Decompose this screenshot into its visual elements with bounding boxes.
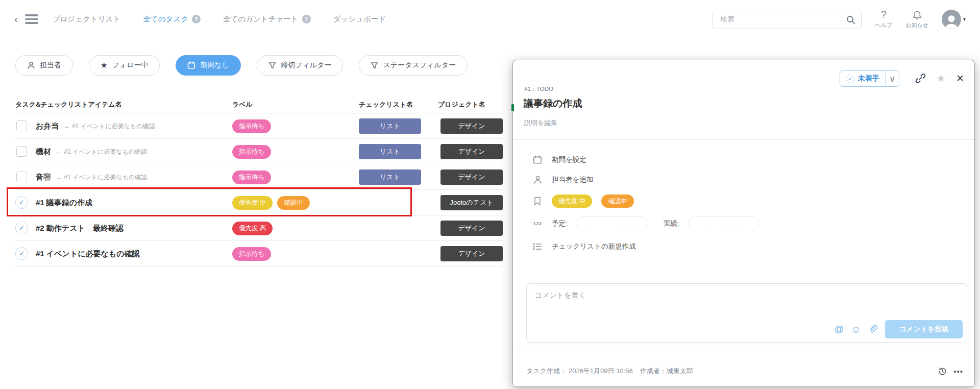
funnel-icon: [268, 62, 276, 69]
history-icon[interactable]: [938, 367, 947, 376]
checklist-button[interactable]: リスト: [359, 118, 421, 134]
labels-row[interactable]: 優先度:中 確認中: [532, 193, 634, 209]
chevron-down-icon[interactable]: ∨: [885, 71, 899, 86]
close-icon[interactable]: ✕: [956, 72, 964, 84]
person-icon: [27, 61, 35, 69]
question-icon: ?: [881, 9, 887, 20]
task-name[interactable]: #1 イベントに必要なもの確認: [36, 249, 140, 259]
set-period-row[interactable]: 期間を設定: [532, 152, 586, 167]
created-label: タスク作成：: [526, 367, 567, 376]
search-input[interactable]: [713, 10, 862, 29]
bookmark-icon: [532, 197, 543, 206]
status-label: 未着手: [858, 74, 879, 83]
help-button[interactable]: ? ヘルプ: [875, 9, 892, 29]
checklist-button[interactable]: リスト: [359, 169, 421, 185]
task-table: タスク&チェックリストアイテム名 ラベル チェックリスト名 プロジェクト名 お弁…: [15, 100, 503, 266]
points-row: 123 予定: 実績:: [532, 216, 759, 231]
task-name[interactable]: お弁当: [36, 121, 59, 131]
row-check-icon[interactable]: ✓: [15, 196, 28, 209]
project-badge[interactable]: デザイン: [440, 246, 503, 261]
app-window: ‹ プロジェクトリスト 全てのタスク? 全てのガントチャート? ダッシュボード …: [0, 0, 980, 389]
filter-bar: 担当者 ★ フォロー中 期間なし 締切フィルター ステータスフィルター: [15, 55, 468, 76]
top-nav: ‹ プロジェクトリスト 全てのタスク? 全てのガントチャート? ダッシュボード …: [0, 0, 980, 38]
task-parent-ref: ← #1 イベントに必要なもの確認: [56, 148, 147, 156]
calendar-icon: [532, 155, 543, 164]
task-name[interactable]: 機材: [36, 147, 51, 157]
collapse-sidebar-icon[interactable]: ‹: [14, 13, 18, 25]
project-badge[interactable]: デザイン: [440, 144, 503, 159]
new-checklist-row[interactable]: チェックリストの新規作成: [532, 239, 636, 254]
table-row[interactable]: ✓ #2 動作テスト 最終確認 優先度:高 デザイン: [15, 215, 503, 241]
task-title: 議事録の作成: [524, 97, 582, 110]
task-name[interactable]: #2 動作テスト 最終確認: [36, 224, 124, 233]
row-checkbox[interactable]: [16, 120, 27, 131]
row-checkbox[interactable]: [16, 146, 27, 157]
person-icon: [532, 176, 543, 184]
no-period-filter-button[interactable]: 期間なし: [176, 55, 241, 76]
bell-icon: [912, 9, 922, 20]
funnel-icon: [371, 62, 378, 69]
edge-marker: [511, 104, 514, 111]
assignee-filter-button[interactable]: 担当者: [15, 55, 73, 76]
submit-comment-button[interactable]: コメントを投稿: [885, 320, 963, 338]
notifications-button[interactable]: お知らせ: [905, 9, 928, 29]
search-icon: [846, 15, 855, 25]
deadline-filter-button[interactable]: 締切フィルター: [257, 55, 343, 76]
favorite-star-icon[interactable]: ★: [937, 72, 945, 84]
table-header: タスク&チェックリストアイテム名 ラベル チェックリスト名 プロジェクト名: [15, 100, 503, 113]
nav-project-list[interactable]: プロジェクトリスト: [53, 14, 121, 24]
table-row[interactable]: 機材← #1 イベントに必要なもの確認 指示待ち リスト デザイン: [15, 139, 503, 164]
row-check-icon[interactable]: ✓: [15, 222, 28, 234]
task-name[interactable]: 音響: [36, 173, 51, 182]
following-filter-button[interactable]: ★ フォロー中: [89, 55, 160, 76]
actual-input[interactable]: [689, 216, 759, 231]
table-row[interactable]: ✓ #1 イベントに必要なもの確認 指示待ち デザイン: [15, 241, 503, 266]
comment-box: @ ☺ コメントを投稿: [526, 283, 967, 343]
modal-footer: タスク作成： 2026年1月09日 10:56 作成者： 城東太郎 •••: [526, 367, 963, 376]
project-badge[interactable]: デザイン: [440, 221, 503, 236]
status-filter-button[interactable]: ステータスフィルター: [359, 55, 468, 76]
label-badge: 優先度:中: [232, 196, 273, 210]
label-badge: 確認中: [277, 196, 310, 210]
mention-icon[interactable]: @: [835, 324, 844, 335]
link-icon[interactable]: [915, 73, 926, 84]
table-row[interactable]: 音響← #1 イベントに必要なもの確認 指示待ち リスト デザイン: [15, 164, 503, 190]
project-badge[interactable]: デザイン: [440, 118, 503, 134]
project-badge[interactable]: Jootoのテスト: [440, 195, 503, 210]
account-menu[interactable]: ▾: [942, 10, 966, 29]
project-badge[interactable]: デザイン: [440, 169, 503, 185]
author-name: 城東太郎: [667, 367, 693, 376]
label-badge: 優先度:中: [552, 195, 592, 208]
planned-input[interactable]: [577, 216, 647, 231]
label-badge: 指示待ち: [232, 145, 271, 159]
divider: [513, 350, 974, 350]
more-options-icon[interactable]: •••: [953, 367, 963, 376]
help-badge-icon[interactable]: ?: [192, 15, 201, 23]
search-box: [713, 10, 862, 29]
help-badge-icon[interactable]: ?: [302, 15, 311, 23]
column-header-label: ラベル: [232, 100, 253, 109]
nav-all-tasks[interactable]: 全てのタスク?: [143, 14, 201, 24]
status-dropdown[interactable]: ✓ 未着手 ∨: [840, 70, 899, 87]
main-nav: プロジェクトリスト 全てのタスク? 全てのガントチャート? ダッシュボード: [53, 14, 386, 24]
nav-dashboard[interactable]: ダッシュボード: [333, 14, 386, 24]
list-name: TODO: [536, 86, 553, 92]
column-header-project: プロジェクト名: [438, 100, 485, 109]
row-check-icon[interactable]: ✓: [15, 247, 28, 260]
nav-all-gantt[interactable]: 全てのガントチャート?: [223, 14, 311, 24]
edit-description-link[interactable]: 説明を編集: [524, 118, 557, 128]
label-badge: 指示待ち: [232, 119, 271, 133]
calendar-icon: [187, 61, 195, 69]
chevron-down-icon: ▾: [963, 16, 966, 22]
table-row[interactable]: お弁当← #1 イベントに必要なもの確認 指示待ち リスト デザイン: [15, 113, 503, 139]
table-row-selected[interactable]: ✓ #1 議事録の作成 優先度:中 確認中 Jootoのテスト: [15, 190, 503, 215]
emoji-icon[interactable]: ☺: [851, 324, 861, 335]
row-checkbox[interactable]: [16, 172, 27, 182]
column-header-task: タスク&チェックリストアイテム名: [15, 100, 122, 109]
attachment-icon[interactable]: [868, 325, 878, 334]
checklist-button[interactable]: リスト: [359, 144, 421, 159]
divider: [513, 139, 974, 140]
add-assignee-row[interactable]: 担当者を追加: [532, 172, 593, 187]
task-name[interactable]: #1 議事録の作成: [36, 198, 92, 208]
menu-icon[interactable]: [25, 14, 38, 24]
